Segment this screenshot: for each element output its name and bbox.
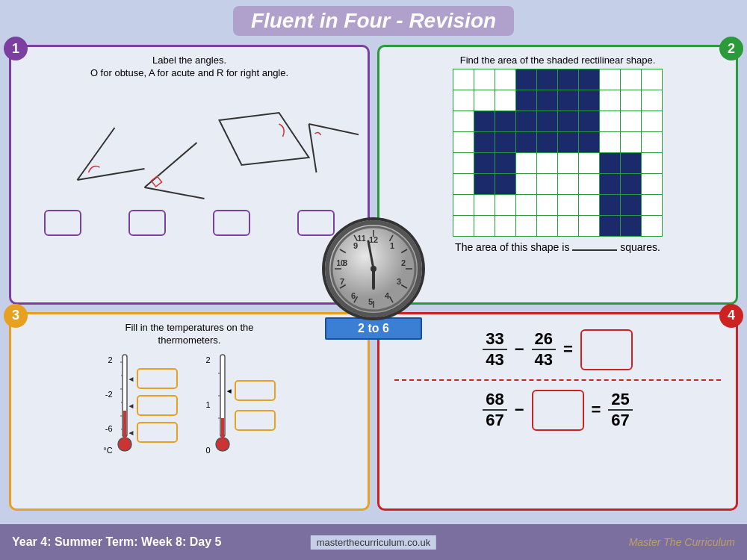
svg-text:10: 10 xyxy=(336,259,345,267)
grid-cell xyxy=(453,153,474,174)
svg-text:11: 11 xyxy=(357,234,366,243)
grid-cell xyxy=(495,132,516,153)
grid-cell xyxy=(516,216,537,237)
fraction-1a: 33 43 xyxy=(483,329,506,370)
minus-op-1: − xyxy=(515,340,524,359)
thermo-ans-5[interactable] xyxy=(235,410,276,431)
thermo-svg-2 xyxy=(215,351,230,459)
frac-ans-2[interactable] xyxy=(532,390,584,431)
grid-cell xyxy=(600,69,621,90)
question-4: 4 33 43 − 26 43 = 68 67 − = xyxy=(377,312,738,511)
grid-cell xyxy=(537,69,558,90)
grid-cell xyxy=(642,153,663,174)
ans-box-1[interactable] xyxy=(44,210,81,236)
grid-cell xyxy=(600,174,621,195)
question-2: 2 Find the area of the shaded rectilinea… xyxy=(377,45,738,305)
grid-cell xyxy=(579,132,600,153)
grid-cell xyxy=(516,111,537,132)
question-3: 3 Fill in the temperatures on the thermo… xyxy=(9,312,370,511)
grid-cell xyxy=(495,90,516,111)
q1-number: 1 xyxy=(4,37,28,60)
grid-cell xyxy=(474,69,495,90)
grid-cell xyxy=(600,90,621,111)
fraction-2a: 68 67 xyxy=(483,390,506,430)
grid-cell xyxy=(516,195,537,216)
grid-cell xyxy=(621,132,642,153)
thermo-ans-3[interactable] xyxy=(137,422,178,443)
grid-cell xyxy=(558,90,579,111)
grid-cell xyxy=(453,111,474,132)
angles-svg xyxy=(20,83,359,202)
footer-website: masterthecurriculum.co.uk xyxy=(311,535,436,550)
question-1: 1 Label the angles. O for obtuse, A for … xyxy=(9,45,370,305)
grid-cell xyxy=(453,216,474,237)
grid-cell xyxy=(600,132,621,153)
grid-cell xyxy=(579,174,600,195)
grid-cell xyxy=(474,195,495,216)
grid-cell xyxy=(642,69,663,90)
svg-text:6: 6 xyxy=(351,291,356,300)
grid-cell xyxy=(600,111,621,132)
clock-face: 12 1 2 3 4 5 6 7 8 9 10 11 xyxy=(325,220,422,317)
grid-cell xyxy=(495,69,516,90)
thermo-ans-4[interactable]: ◄ xyxy=(235,380,276,401)
equals-1: = xyxy=(563,340,573,359)
grid-cell xyxy=(621,69,642,90)
ans-box-3[interactable] xyxy=(213,210,250,236)
thermo-1-answers xyxy=(137,361,178,450)
grid-cell xyxy=(621,153,642,174)
grid-cell xyxy=(558,195,579,216)
grid-cell xyxy=(579,216,600,237)
grid-cell xyxy=(537,195,558,216)
q2-instruction: Find the area of the shaded rectilinear … xyxy=(388,55,727,66)
grid-cell xyxy=(642,195,663,216)
svg-rect-22 xyxy=(221,418,224,441)
minus-op-2: − xyxy=(515,400,524,420)
grid-cell xyxy=(558,111,579,132)
thermo-scale-2: 2 1 0 xyxy=(206,353,211,458)
fraction-eq-1: 33 43 − 26 43 = xyxy=(388,322,727,376)
grid-cell xyxy=(558,153,579,174)
clock-wrapper: 12 1 2 3 4 5 6 7 8 9 10 11 2 to 6 xyxy=(325,220,422,340)
grid-cell xyxy=(621,195,642,216)
footer-logo: Master The Curriculum xyxy=(629,536,735,548)
thermo-ans-1[interactable] xyxy=(137,368,178,389)
grid-cell xyxy=(516,132,537,153)
grid-cell xyxy=(558,174,579,195)
svg-text:3: 3 xyxy=(397,277,401,286)
thermo-ans-2[interactable] xyxy=(137,395,178,416)
svg-line-7 xyxy=(309,124,359,135)
grid-cell xyxy=(600,153,621,174)
q3-number: 3 xyxy=(4,304,28,328)
q2-answer-text: The area of this shape is squares. xyxy=(388,241,727,253)
equals-2: = xyxy=(592,400,601,420)
grid-cell xyxy=(495,111,516,132)
grid-cell xyxy=(453,174,474,195)
grid-cell xyxy=(495,174,516,195)
frac-ans-1[interactable] xyxy=(580,329,633,370)
fraction-1b: 26 43 xyxy=(532,329,556,370)
grid-cell xyxy=(474,174,495,195)
svg-line-0 xyxy=(78,128,115,180)
grid-cell xyxy=(642,111,663,132)
grid-cell xyxy=(495,195,516,216)
grid-cell xyxy=(600,216,621,237)
svg-line-6 xyxy=(309,124,317,172)
grid-cell xyxy=(642,174,663,195)
grid-cell xyxy=(537,132,558,153)
rectilinear-grid xyxy=(453,69,663,237)
grid-cell xyxy=(453,132,474,153)
area-blank[interactable] xyxy=(572,249,617,251)
svg-line-3 xyxy=(145,187,205,199)
ans-box-2[interactable] xyxy=(128,210,166,236)
grid-cell xyxy=(537,153,558,174)
grid-cell xyxy=(558,132,579,153)
grid-cell xyxy=(537,174,558,195)
fraction-2b: 25 67 xyxy=(608,390,632,430)
grid-cell xyxy=(558,69,579,90)
svg-line-2 xyxy=(145,143,197,187)
grid-cell xyxy=(621,90,642,111)
grid-cell xyxy=(642,90,663,111)
grid-cell xyxy=(621,111,642,132)
grid-cell xyxy=(474,111,495,132)
